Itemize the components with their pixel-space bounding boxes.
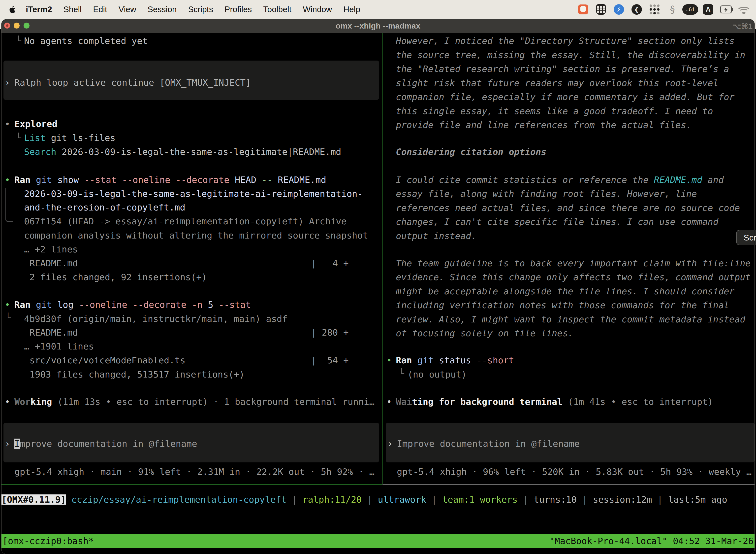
menu-item-window[interactable]: Window [303, 5, 332, 14]
reasoning-line: companion file, especially if more comme… [396, 91, 735, 103]
waiting-status-line: Waiting for background terminal (1m 41s … [396, 396, 713, 407]
reasoning-line: evidence. Since this change only affects… [396, 272, 751, 283]
menu-items: iTerm2 Shell Edit View Session Scripts P… [26, 5, 360, 14]
tmux-status-bar: [omx-cczip0:bash* "MacBook-Pro-44.local"… [1, 534, 755, 548]
window-shortcut-badge: ⌥⌘1 [732, 22, 753, 31]
tree-connector-line [5, 188, 13, 222]
explored-heading: Explored [14, 118, 57, 130]
left-input-field[interactable]: Improve documentation in @filename [14, 438, 197, 449]
list-keyword: List [24, 133, 46, 143]
right-pane-bottom-border [382, 484, 755, 485]
diffstat-file: README.md [29, 327, 78, 338]
bullet-icon: • [5, 396, 10, 407]
left-model-status-line: gpt-5.4 xhigh · main · 91% left · 2.31M … [14, 466, 375, 478]
readme-link: README.md [654, 175, 702, 185]
reasoning-line: The team guideline is to back every impo… [396, 258, 751, 269]
git-show-command-line: Ran git show --stat --oneline --decorate… [14, 174, 326, 186]
diffstat-count: | 280 + [311, 327, 349, 338]
bullet-icon: • [5, 118, 10, 130]
menu-bar: iTerm2 Shell Edit View Session Scripts P… [0, 0, 756, 19]
git-show-output-line: companion analysis without altering the … [24, 230, 368, 241]
tmux-session-window[interactable]: [omx-cczip0:bash* [2, 536, 94, 546]
omx-mode: ultrawork [378, 494, 426, 505]
omx-last: last:5m ago [668, 494, 727, 505]
reasoning-line: this single essay, it seems like a good … [396, 106, 713, 117]
reasoning-line: of focusing solely on file lines. [396, 328, 573, 339]
reasoning-line: However, I noticed the "Directory Struct… [396, 35, 735, 47]
tree-glyph: └ [16, 35, 21, 47]
reasoning-line: the source tree, missing the essay. Stil… [396, 49, 745, 61]
search-keyword: Search [24, 147, 56, 157]
git-status-command-line: Ran git status --short [396, 355, 514, 366]
git-show-output-line: 2026-03-09-is-legal-the-same-as-legitima… [24, 188, 363, 200]
tree-glyph: └ [399, 368, 404, 379]
git-status-output-line: (no output) [407, 369, 466, 380]
bullet-icon: • [386, 396, 392, 407]
tree-glyph: └ [16, 132, 21, 144]
omx-team: team:1 workers [442, 494, 517, 505]
omx-session: session:12m [593, 494, 652, 505]
menu-status-icons: ⚡ ❮ § ..61 A [577, 4, 750, 15]
menu-item-help[interactable]: Help [343, 5, 360, 14]
omx-status-bar: [OMX#0.11.9] cczip/essay/ai-reimplementa… [1, 494, 727, 505]
battery-percent-badge[interactable]: ..61 [685, 4, 696, 15]
working-status-line: Working (11m 13s • esc to interrupt) · 1… [14, 396, 375, 407]
reasoning-line: review. Also, I might want to inspect th… [396, 314, 745, 325]
reasoning-line: I could cite commit statistics or refere… [396, 174, 724, 186]
reasoning-line: might be acceptable alongside the file l… [396, 286, 735, 297]
bullet-icon-green: • [5, 174, 10, 186]
collapsed-lines-indicator: … +1901 lines [24, 341, 94, 352]
diffstat-file: src/voice/voiceModeEnabled.ts [29, 355, 186, 366]
diffstat-summary: 2 files changed, 92 insertions(+) [29, 272, 207, 283]
bullet-icon-green: • [386, 355, 392, 366]
collapsed-lines-indicator: … +2 lines [24, 244, 78, 255]
input-source-badge[interactable]: A [702, 4, 714, 15]
reasoning-line: references need actual files, and since … [396, 202, 740, 214]
reasoning-line: changes, I can't cite specific file line… [396, 216, 718, 228]
agents-status-line: No agents completed yet [24, 35, 148, 47]
squiggle-icon[interactable]: § [667, 4, 678, 15]
chat-app-icon[interactable] [577, 4, 589, 15]
reasoning-line: the "Related research writing" section i… [396, 63, 729, 75]
diffstat-count: | 54 + [311, 355, 349, 366]
prompt-chevron: › [5, 77, 10, 88]
tmux-pane-divider[interactable] [382, 33, 382, 484]
diffstat-count: | 4 + [311, 258, 349, 269]
battery-icon[interactable] [720, 4, 732, 15]
bolt-badge-icon[interactable]: ⚡ [613, 4, 625, 15]
prompt-chevron: › [387, 438, 393, 449]
menu-item-edit[interactable]: Edit [93, 5, 107, 14]
dots-grid-icon[interactable] [649, 4, 660, 15]
git-show-output-line: 067f154 (HEAD -> essay/ai-reimplementati… [24, 216, 346, 227]
reasoning-heading: Considering citation options [396, 146, 547, 158]
right-model-status-line: gpt-5.4 xhigh · 96% left · 520K in · 5.8… [397, 466, 752, 478]
reasoning-line: slight risk that future readers may over… [396, 77, 718, 89]
reasoning-line: provide file and line references from th… [396, 119, 692, 131]
explored-search-line: Search 2026-03-09-is-legal-the-same-as-l… [24, 146, 341, 158]
omx-branch: cczip/essay/ai-reimplementation-copyleft [71, 494, 287, 505]
screen-capture-tooltip[interactable]: Scre [736, 230, 756, 245]
menu-item-shell[interactable]: Shell [63, 5, 82, 14]
menu-item-view[interactable]: View [119, 5, 136, 14]
git-log-output-line: 4b9d30f (origin/main, instructkr/main, m… [24, 313, 288, 325]
arc-browser-icon[interactable]: ❮ [631, 4, 642, 15]
menu-item-scripts[interactable]: Scripts [188, 5, 213, 14]
reasoning-line: output instead. [396, 230, 477, 242]
apple-menu-icon[interactable] [9, 5, 16, 14]
omx-turns: turns:10 [534, 494, 577, 505]
text-cursor: I [14, 439, 20, 449]
reasoning-line: including verification notes with those … [396, 299, 729, 311]
git-log-command-line: Ran git log --oneline --decorate -n 5 --… [14, 299, 251, 311]
right-input-field[interactable]: Improve documentation in @filename [397, 438, 580, 449]
bullet-icon-green: • [5, 299, 10, 311]
left-pane-bottom-border [1, 484, 382, 485]
menu-item-iterm2[interactable]: iTerm2 [26, 5, 52, 14]
wifi-icon[interactable] [738, 4, 750, 15]
omx-ralph-counter: ralph:11/20 [303, 494, 362, 505]
menu-item-toolbelt[interactable]: Toolbelt [263, 5, 292, 14]
grid-shield-icon[interactable] [595, 4, 607, 15]
diffstat-file: README.md [29, 258, 78, 269]
menu-item-profiles[interactable]: Profiles [225, 5, 252, 14]
tree-glyph: └ [5, 312, 11, 324]
menu-item-session[interactable]: Session [147, 5, 177, 14]
